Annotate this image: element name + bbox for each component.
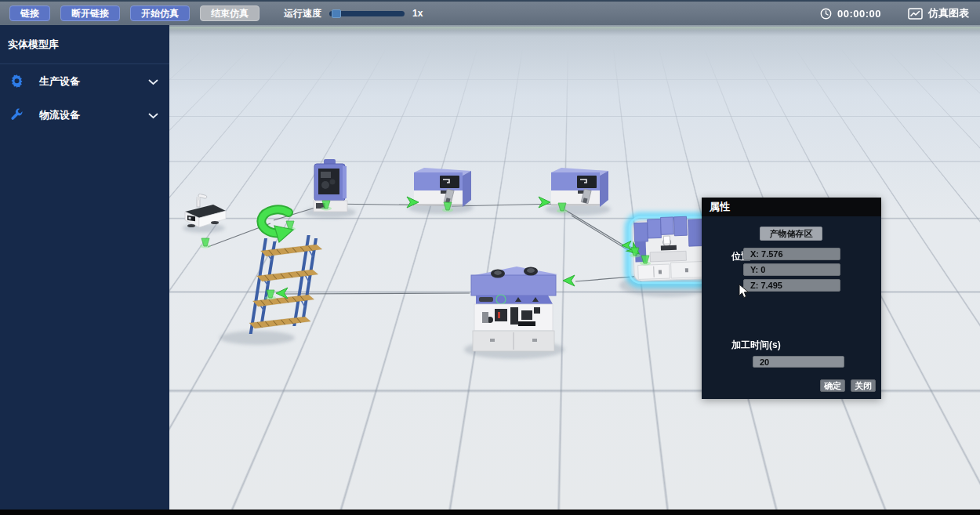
chevron-down-icon[interactable] <box>148 108 158 122</box>
properties-title: 属性 <box>710 201 730 212</box>
route-lines <box>208 204 662 294</box>
speed-value: 1x <box>412 8 423 19</box>
properties-panel: 属性 产物储存区 位置 X: 7.576 Y: 0 Z: 7.495 加工时间(… <box>702 198 881 399</box>
run-speed-label: 运行速度 <box>284 7 321 20</box>
disconnect-button[interactable]: 断开链接 <box>60 5 120 21</box>
toolbar: 链接 断开链接 开始仿真 结束仿真 运行速度 1x 00:00:00 仿真图表 <box>0 0 980 25</box>
end-simulation-button[interactable]: 结束仿真 <box>200 5 260 21</box>
sidebar-title: 实体模型库 <box>0 25 169 52</box>
close-button[interactable]: 关闭 <box>851 379 876 392</box>
properties-panel-body: 产物储存区 位置 X: 7.576 Y: 0 Z: 7.495 加工时间(s) … <box>702 216 881 399</box>
sidebar-item-label: 生产设备 <box>39 74 80 89</box>
sidebar-item-label: 物流设备 <box>39 108 80 122</box>
simulation-chart-button[interactable]: 仿真图表 <box>908 6 969 20</box>
sidebar-item-logistics-equipment[interactable]: 物流设备 <box>0 98 169 132</box>
model-library-sidebar: 实体模型库 生产设备 物流设备 <box>0 25 169 510</box>
storage-rack[interactable] <box>248 235 325 334</box>
start-simulation-button[interactable]: 开始仿真 <box>130 5 190 21</box>
assembly-machine[interactable] <box>414 168 471 207</box>
simulation-chart-label: 仿真图表 <box>928 6 969 20</box>
properties-actions: 确定 关闭 <box>820 379 876 392</box>
speed-slider-handle[interactable] <box>332 9 341 18</box>
properties-panel-header[interactable]: 属性 <box>702 198 881 216</box>
chart-line-icon <box>908 8 923 20</box>
cnc-machine[interactable] <box>314 159 347 212</box>
storage-type-button[interactable]: 产物储存区 <box>760 227 822 241</box>
position-y-field[interactable]: Y: 0 <box>743 263 840 276</box>
chevron-down-icon[interactable] <box>148 74 158 89</box>
position-x-field[interactable]: X: 7.576 <box>743 248 840 260</box>
simulation-time: 00:00:00 <box>837 8 881 20</box>
bottom-letterbox-bar <box>0 510 980 515</box>
selected-storage-machine[interactable] <box>628 216 713 285</box>
agv-robot[interactable] <box>185 194 226 227</box>
clock-icon <box>820 8 832 20</box>
link-button[interactable]: 链接 <box>9 5 50 21</box>
assembly-machine[interactable] <box>551 168 608 207</box>
simulation-app: 链接 断开链接 开始仿真 结束仿真 运行速度 1x 00:00:00 仿真图表 … <box>0 0 980 515</box>
wrench-icon <box>9 108 24 122</box>
processing-machine[interactable] <box>471 267 557 351</box>
gear-icon <box>9 74 24 89</box>
confirm-button[interactable]: 确定 <box>820 379 845 392</box>
process-time-input[interactable]: 20 <box>753 356 844 368</box>
sidebar-item-production-equipment[interactable]: 生产设备 <box>0 64 169 98</box>
speed-slider[interactable] <box>329 11 405 16</box>
process-time-label: 加工时间(s) <box>731 339 781 352</box>
position-z-field[interactable]: Z: 7.495 <box>743 279 840 292</box>
